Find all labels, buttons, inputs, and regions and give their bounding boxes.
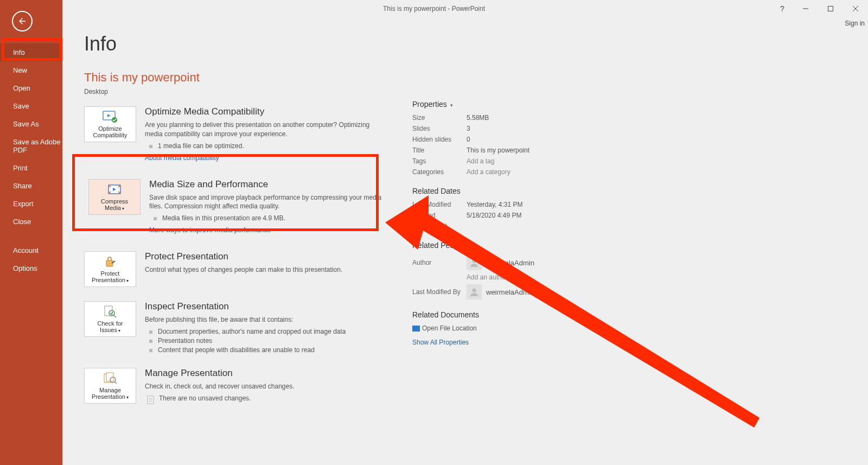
avatar bbox=[467, 284, 482, 300]
last-modified-value: Yesterday, 4:31 PM bbox=[467, 201, 522, 208]
maximize-button[interactable] bbox=[818, 0, 843, 17]
show-all-properties-link[interactable]: Show All Properties bbox=[412, 339, 629, 346]
about-media-compat-link[interactable]: About media compatibility bbox=[145, 154, 384, 162]
protect-desc: Control what types of changes people can… bbox=[145, 265, 342, 275]
minimize-button[interactable] bbox=[793, 0, 818, 17]
compress-icon bbox=[107, 183, 122, 196]
hidden-value: 0 bbox=[467, 136, 470, 143]
optimize-button-label: Optimize Compatibility bbox=[87, 125, 133, 138]
chevron-down-icon: ▾ bbox=[122, 206, 124, 211]
title-label: Title bbox=[412, 146, 467, 154]
size-value: 5.58MB bbox=[467, 114, 489, 122]
optimize-heading: Optimize Media Compatibility bbox=[145, 106, 384, 117]
file-location: Desktop bbox=[84, 88, 857, 95]
related-documents-heading: Related Documents bbox=[412, 310, 629, 319]
bullet-icon bbox=[149, 330, 152, 334]
nav-info[interactable]: Info bbox=[0, 43, 62, 61]
nav-print[interactable]: Print bbox=[0, 159, 62, 177]
slides-label: Slides bbox=[412, 125, 467, 132]
hidden-label: Hidden slides bbox=[412, 136, 467, 143]
manage-heading: Manage Presentation bbox=[145, 368, 295, 379]
compress-heading: Media Size and Performance bbox=[149, 179, 388, 190]
inspect-icon bbox=[103, 305, 118, 318]
optimize-icon bbox=[103, 110, 118, 123]
bullet-icon bbox=[149, 145, 152, 148]
last-modified-by-value: weirmelaAdmin bbox=[486, 288, 534, 296]
manage-icon bbox=[103, 372, 118, 385]
properties-dropdown[interactable]: Properties ▾ bbox=[412, 100, 629, 109]
chevron-down-icon: ▾ bbox=[118, 328, 120, 333]
categories-label: Categories bbox=[412, 168, 467, 176]
nav-options[interactable]: Options bbox=[0, 259, 62, 277]
protect-presentation-button[interactable]: Protect Presentation▾ bbox=[84, 251, 136, 287]
chevron-down-icon: ▾ bbox=[450, 103, 453, 108]
manage-button-label: Manage Presentation bbox=[92, 387, 125, 400]
svg-rect-9 bbox=[106, 260, 113, 266]
add-author[interactable]: Add an author bbox=[467, 273, 507, 281]
manage-desc: Check in, check out, and recover unsaved… bbox=[145, 382, 295, 391]
optimize-bullet: 1 media file can be optimized. bbox=[158, 142, 244, 150]
folder-icon bbox=[412, 326, 420, 332]
help-button[interactable]: ? bbox=[771, 0, 793, 17]
chevron-down-icon: ▾ bbox=[126, 395, 129, 400]
compress-media-button[interactable]: Compress Media▾ bbox=[88, 179, 141, 215]
related-dates-heading: Related Dates bbox=[412, 187, 629, 195]
check-for-issues-button[interactable]: Check for Issues▾ bbox=[84, 301, 136, 337]
page-title: Info bbox=[84, 33, 857, 55]
svg-point-19 bbox=[473, 259, 476, 263]
nav-new[interactable]: New bbox=[0, 61, 62, 79]
lock-icon bbox=[103, 255, 118, 268]
bullet-icon bbox=[154, 217, 157, 220]
inspect-desc: Before publishing this file, be aware th… bbox=[145, 315, 346, 324]
window-title: This is my powerpoint - PowerPoint bbox=[383, 5, 485, 12]
created-value: 5/18/2020 4:49 PM bbox=[467, 212, 521, 219]
protect-heading: Protect Presentation bbox=[145, 251, 342, 262]
title-value[interactable]: This is my powerpoint bbox=[467, 146, 529, 154]
chevron-down-icon: ▾ bbox=[126, 278, 129, 283]
nav-close[interactable]: Close bbox=[0, 213, 62, 231]
avatar bbox=[467, 255, 482, 270]
categories-value[interactable]: Add a category bbox=[467, 168, 510, 176]
tags-value[interactable]: Add a tag bbox=[467, 157, 494, 165]
inspect-heading: Inspect Presentation bbox=[145, 301, 346, 312]
author-label: Author bbox=[412, 259, 467, 266]
nav-share[interactable]: Share bbox=[0, 177, 62, 195]
svg-point-20 bbox=[473, 289, 476, 292]
compress-desc: Save disk space and improve playback per… bbox=[149, 193, 388, 212]
optimize-desc: Are you planning to deliver this present… bbox=[145, 120, 384, 139]
optimize-compatibility-button[interactable]: Optimize Compatibility bbox=[84, 106, 136, 142]
compress-bullet: Media files in this presentation are 4.9… bbox=[162, 214, 285, 222]
document-icon bbox=[147, 396, 155, 404]
nav-export[interactable]: Export bbox=[0, 195, 62, 213]
last-printed-label: Last Printed bbox=[412, 222, 467, 230]
back-button[interactable] bbox=[12, 11, 33, 31]
nav-save-as[interactable]: Save As bbox=[0, 115, 62, 133]
author-value[interactable]: weirmelaAdmin bbox=[486, 259, 534, 267]
arrow-left-icon bbox=[17, 16, 27, 26]
created-label: Created bbox=[412, 212, 467, 219]
inspect-b1: Document properties, author's name and c… bbox=[158, 328, 346, 335]
more-media-perf-link[interactable]: More ways to improve media performance bbox=[149, 226, 388, 234]
file-name: This is my powerpoint bbox=[84, 71, 857, 85]
nav-account[interactable]: Account bbox=[0, 241, 62, 259]
inspect-b2: Presentation notes bbox=[158, 337, 212, 345]
inspect-b3: Content that people with disabilities ar… bbox=[158, 346, 315, 354]
backstage-sidebar: Info New Open Save Save As Save as Adobe… bbox=[0, 0, 62, 465]
manage-b1: There are no unsaved changes. bbox=[159, 394, 251, 402]
related-people-heading: Related People bbox=[412, 241, 629, 250]
close-window-button[interactable] bbox=[843, 0, 868, 17]
manage-presentation-button[interactable]: Manage Presentation▾ bbox=[84, 368, 136, 404]
tags-label: Tags bbox=[412, 157, 467, 165]
nav-open[interactable]: Open bbox=[0, 79, 62, 97]
last-modified-by-label: Last Modified By bbox=[412, 288, 467, 296]
last-modified-label: Last Modified bbox=[412, 201, 467, 208]
size-label: Size bbox=[412, 114, 467, 122]
sign-in-link[interactable]: Sign in bbox=[845, 20, 865, 27]
protect-button-label: Protect Presentation bbox=[92, 270, 125, 283]
nav-save-adobe[interactable]: Save as Adobe PDF bbox=[0, 133, 62, 159]
nav-save[interactable]: Save bbox=[0, 97, 62, 115]
bullet-icon bbox=[149, 340, 152, 343]
svg-rect-1 bbox=[828, 7, 833, 11]
open-file-location-link[interactable]: Open File Location bbox=[412, 324, 629, 332]
bullet-icon bbox=[149, 349, 152, 352]
